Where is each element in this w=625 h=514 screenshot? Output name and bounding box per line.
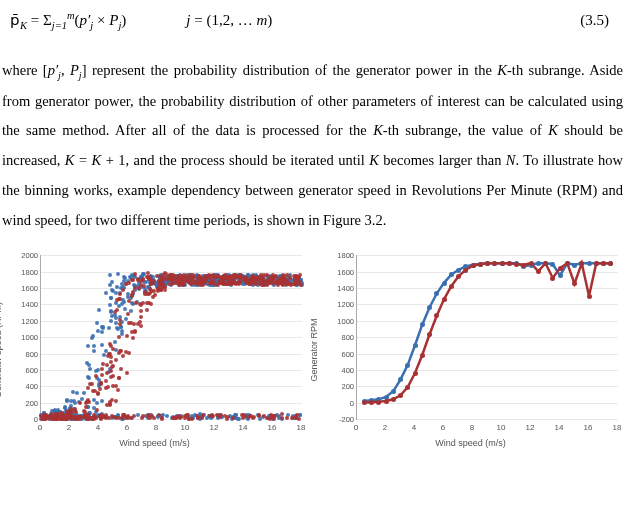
equation-condition: j = (1,2, … m) [186,12,272,29]
equation-number: (3.5) [580,12,615,29]
line-ylabel: Generator RPM [309,319,319,382]
chart-row: Generator speed (RPM) Wind speed (m/s) 0… [0,250,625,470]
scatter-xlabel: Wind speed (m/s) [2,438,307,448]
line-xlabel: Wind speed (m/s) [318,438,623,448]
scatter-plot-area [40,255,302,420]
body-paragraph: where [p′j, Pj] represent the probabilit… [0,56,625,235]
scatter-ylabel: Generator speed (RPM) [0,302,3,398]
equation-body: p̄K = Σj=1m(p′j × Pj) [10,10,126,31]
line-plot-area [356,255,618,420]
equation-line: p̄K = Σj=1m(p′j × Pj) j = (1,2, … m) (3.… [0,10,625,31]
scatter-chart: Generator speed (RPM) Wind speed (m/s) 0… [2,250,307,450]
line-chart: Generator RPM Wind speed (m/s) -20002004… [318,250,623,450]
